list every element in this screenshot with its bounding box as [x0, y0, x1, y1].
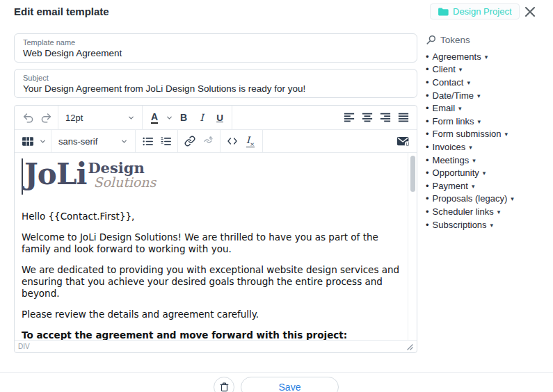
token-label: Form submission — [433, 129, 502, 139]
token-label: Contact — [433, 77, 464, 88]
bullet-icon: • — [426, 206, 429, 217]
toolbar-separator — [58, 106, 58, 129]
subject-label: Subject — [23, 74, 408, 82]
token-label: Payment — [433, 181, 468, 191]
clear-formatting-icon[interactable]: I× — [241, 132, 259, 150]
token-label: Proposals (legacy) — [433, 193, 508, 204]
token-label: Opportunity — [433, 168, 479, 178]
token-item[interactable]: •Proposals (legacy)▾ — [426, 193, 553, 206]
bullet-icon: • — [426, 64, 429, 74]
editor-scrollbar[interactable] — [408, 153, 417, 340]
email-attach-icon[interactable] — [394, 132, 412, 150]
token-label: Scheduler links — [433, 206, 494, 217]
token-item[interactable]: •Subscriptions▾ — [426, 218, 553, 231]
code-icon[interactable] — [223, 132, 241, 150]
company-logo: JoLi Design Solutions — [22, 158, 400, 202]
toolbar-separator — [135, 130, 136, 152]
element-path-label: DIV — [18, 343, 30, 350]
template-name-field[interactable]: Template name Web Design Agreement — [14, 33, 417, 63]
editor-content[interactable]: JoLi Design Solutions Hello {{Contact.Fi… — [15, 153, 417, 340]
redo-icon[interactable] — [37, 108, 55, 126]
token-list: •Agreements▾•Client▾•Contact▾•Date/Time▾… — [426, 50, 553, 231]
email-paragraph: Hello {{Contact.First}}, — [22, 211, 400, 222]
numbered-list-icon[interactable] — [157, 132, 175, 150]
tokens-title: Tokens — [440, 35, 470, 45]
edit-email-template-dialog: Edit email template Design Project Templ… — [0, 0, 553, 392]
chevron-down-icon: ▾ — [472, 156, 476, 164]
justify-icon[interactable] — [394, 108, 412, 126]
token-item[interactable]: •Form submission▾ — [426, 128, 553, 141]
email-paragraph: Please review the details and agreement … — [22, 309, 400, 320]
token-item[interactable]: •Date/Time▾ — [426, 89, 553, 102]
chevron-down-icon: ▾ — [485, 53, 488, 60]
bold-button[interactable]: B — [175, 108, 193, 126]
logo-main-text: JoLi — [24, 158, 86, 190]
align-left-icon[interactable] — [340, 108, 358, 126]
bullet-icon: • — [426, 142, 429, 152]
bullet-icon: • — [426, 90, 429, 101]
align-center-icon[interactable] — [358, 108, 376, 126]
text-color-chevron[interactable] — [163, 108, 175, 126]
toolbar-separator — [177, 130, 178, 152]
search-icon[interactable] — [426, 35, 436, 45]
scrollbar-thumb[interactable] — [410, 156, 415, 192]
token-item[interactable]: •Contact▾ — [426, 76, 553, 89]
undo-icon[interactable] — [19, 108, 37, 126]
token-item[interactable]: •Scheduler links▾ — [426, 205, 553, 218]
unlink-icon[interactable] — [199, 132, 217, 150]
chevron-down-icon: ▾ — [505, 130, 508, 138]
token-label: Invoices — [433, 142, 466, 152]
text-color-letter: A — [151, 112, 158, 124]
bullet-icon: • — [426, 220, 429, 230]
chevron-down-icon: ▾ — [472, 182, 475, 190]
email-paragraph: Welcome to JoLi Design Solutions! We are… — [22, 231, 400, 255]
bullet-icon: • — [426, 193, 429, 204]
close-icon[interactable] — [523, 5, 537, 19]
table-icon[interactable] — [19, 132, 37, 150]
save-button[interactable]: Save — [241, 377, 339, 392]
table-chevron[interactable] — [37, 132, 48, 150]
italic-button[interactable]: I — [193, 108, 211, 126]
text-cursor — [22, 158, 23, 195]
bullet-icon: • — [426, 103, 429, 113]
link-icon[interactable] — [181, 132, 199, 150]
template-name-label: Template name — [23, 38, 408, 47]
token-item[interactable]: •Opportunity▾ — [426, 166, 553, 179]
align-right-icon[interactable] — [376, 108, 394, 126]
token-label: Subscriptions — [433, 220, 487, 230]
delete-button[interactable] — [214, 377, 234, 392]
trash-icon — [219, 382, 230, 392]
subject-value[interactable]: Your Design Agreement from JoLi Design S… — [23, 83, 408, 94]
token-item[interactable]: •Agreements▾ — [426, 50, 553, 63]
token-item[interactable]: •Form links▾ — [426, 115, 553, 128]
bullet-icon: • — [426, 168, 429, 178]
template-name-value[interactable]: Web Design Agreement — [23, 48, 408, 58]
text-color-button[interactable]: A — [145, 108, 163, 126]
tokens-panel: Tokens •Agreements▾•Client▾•Contact▾•Dat… — [426, 35, 553, 231]
chevron-down-icon: ▾ — [490, 221, 494, 229]
bullet-list-icon[interactable] — [138, 132, 157, 150]
token-item[interactable]: •Payment▾ — [426, 179, 553, 193]
token-label: Email — [433, 103, 456, 113]
bold-label: B — [180, 112, 187, 123]
page-title: Edit email template — [14, 6, 109, 17]
font-family-value: sans-serif — [58, 136, 97, 147]
folder-icon — [438, 7, 449, 17]
underline-button[interactable]: U — [211, 108, 229, 126]
font-family-dropdown[interactable]: sans-serif — [54, 132, 132, 150]
chevron-down-icon: ▾ — [497, 208, 501, 215]
email-paragraphs: Hello {{Contact.First}},Welcome to JoLi … — [22, 211, 400, 320]
subject-field[interactable]: Subject Your Design Agreement from JoLi … — [14, 69, 417, 98]
toolbar-separator — [262, 130, 263, 152]
font-size-dropdown[interactable]: 12pt — [61, 108, 139, 126]
bullet-icon: • — [426, 116, 429, 126]
token-item[interactable]: •Email▾ — [426, 101, 553, 115]
chevron-down-icon: ▾ — [477, 92, 481, 99]
token-item[interactable]: •Client▾ — [426, 63, 553, 76]
design-project-button[interactable]: Design Project — [430, 3, 520, 19]
chevron-down-icon: ▾ — [458, 104, 462, 112]
token-item[interactable]: •Invoices▾ — [426, 140, 553, 154]
bullet-icon: • — [426, 129, 429, 139]
resize-handle-icon[interactable] — [406, 343, 413, 350]
token-item[interactable]: •Meetings▾ — [426, 154, 553, 167]
